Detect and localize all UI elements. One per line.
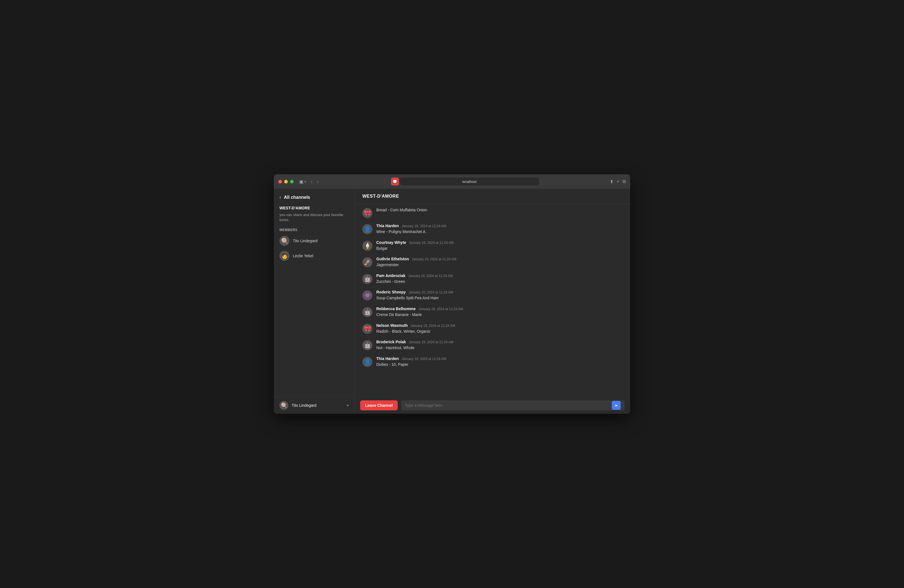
msg-text-2: Bulgar <box>376 246 622 251</box>
message-item-9: 👤 Thia Harden January 19, 2024 at 11:24 … <box>362 356 622 368</box>
msg-text-partial: Bread - Corn Muffaleta Onion <box>376 207 622 213</box>
msg-content-3: Guthrie Ethelston January 19, 2024 at 11… <box>376 257 622 268</box>
msg-header-2: Courtnay Whyte January 19, 2024 at 11:24… <box>376 240 622 245</box>
traffic-lights <box>278 180 294 183</box>
msg-timestamp-6: January 19, 2024 at 11:24 AM <box>419 307 463 311</box>
share-button[interactable]: ⬆ <box>610 179 613 184</box>
message-item-7: 🎀 Nelson Wasmuth January 19, 2024 at 11:… <box>362 323 622 334</box>
chat-area: WEST-D'AMORE 🎀 Bread - Corn Muffaleta On… <box>355 189 630 414</box>
msg-timestamp-2: January 19, 2024 at 11:24 AM <box>409 241 454 245</box>
msg-timestamp-7: January 19, 2024 at 11:24 AM <box>411 324 455 328</box>
message-item-1: 👤 Thia Harden January 19, 2024 at 11:24 … <box>362 224 622 235</box>
member-item-lezlie[interactable]: 🧑 Lezlie Yekel <box>280 251 349 261</box>
msg-author-6: Rebbecca Belhomme <box>376 307 416 311</box>
message-item-3: 🚀 Guthrie Ethelston January 19, 2024 at … <box>362 257 622 268</box>
msg-avatar-5: 👾 <box>362 290 372 300</box>
msg-header-1: Thia Harden January 19, 2024 at 11:24 AM <box>376 224 622 228</box>
message-item-6: 🤖 Rebbecca Belhomme January 19, 2024 at … <box>362 307 622 318</box>
nav-buttons: ‹ › <box>309 178 320 185</box>
chat-input-area: Leave Channel ➤ <box>355 397 630 414</box>
msg-author-2: Courtnay Whyte <box>376 240 406 245</box>
msg-timestamp-9: January 19, 2024 at 11:24 AM <box>401 357 446 361</box>
msg-author-8: Broderick Polak <box>376 340 406 344</box>
back-to-channels-button[interactable]: ‹ <box>280 194 281 200</box>
msg-content-9: Thia Harden January 19, 2024 at 11:24 AM… <box>376 356 622 368</box>
send-button[interactable]: ➤ <box>612 401 621 410</box>
msg-author-7: Nelson Wasmuth <box>376 323 408 328</box>
msg-avatar-6: 🤖 <box>362 307 372 317</box>
msg-avatar-9: 👤 <box>362 357 372 367</box>
msg-text-1: Wine - Puligny Montrachet A. <box>376 229 622 235</box>
browser-window: ▣ ▾ ‹ › 💬 ⬆ + ⧉ ‹ All channels WEST-D'AM… <box>274 174 630 414</box>
message-item-2: 🍦 Courtnay Whyte January 19, 2024 at 11:… <box>362 240 622 251</box>
message-item-partial: 🎀 Bread - Corn Muffaleta Onion <box>362 207 622 218</box>
msg-text-6: Creme De Banane - Marie <box>376 312 622 318</box>
msg-avatar-1: 👤 <box>362 224 372 234</box>
tab-overview-button[interactable]: ⧉ <box>623 179 626 184</box>
message-input-wrapper: ➤ <box>401 400 624 410</box>
msg-avatar-2: 🍦 <box>362 241 372 251</box>
url-bar[interactable] <box>400 178 539 185</box>
msg-content-partial: Bread - Corn Muffaleta Onion <box>376 207 622 213</box>
member-name-tito: Tito Lindegard <box>293 239 318 243</box>
message-item-4: 🤖 Pam Ambroziak January 19, 2024 at 11:2… <box>362 273 622 285</box>
member-avatar-tito: 🍭 <box>280 236 289 246</box>
maximize-button[interactable] <box>290 180 294 183</box>
msg-avatar-partial: 🎀 <box>362 208 372 218</box>
sidebar-icon: ▣ <box>299 179 303 184</box>
msg-header-6: Rebbecca Belhomme January 19, 2024 at 11… <box>376 307 622 311</box>
app-layout: ‹ All channels WEST-D'AMORE you can shar… <box>274 189 630 414</box>
msg-author-3: Guthrie Ethelston <box>376 257 409 261</box>
app-icon: 💬 <box>391 178 399 185</box>
member-name-lezlie: Lezlie Yekel <box>293 254 313 258</box>
sidebar-title: All channels <box>284 195 310 200</box>
footer-chevron-icon: ▾ <box>347 403 349 408</box>
footer-user-name: Tito Lindegard <box>292 403 343 408</box>
leave-channel-button[interactable]: Leave Channel <box>360 400 398 410</box>
msg-text-7: Radish - Black, Winter, Organic <box>376 329 622 334</box>
msg-author-9: Thia Harden <box>376 356 399 361</box>
msg-content-6: Rebbecca Belhomme January 19, 2024 at 11… <box>376 307 622 318</box>
chat-header: WEST-D'AMORE <box>355 189 630 204</box>
msg-author-1: Thia Harden <box>376 224 399 228</box>
msg-content-7: Nelson Wasmuth January 19, 2024 at 11:24… <box>376 323 622 334</box>
msg-text-8: Nut - Hazelnut, Whole <box>376 345 622 351</box>
new-tab-button[interactable]: + <box>617 179 619 184</box>
msg-text-4: Zucchini - Green <box>376 279 622 285</box>
msg-header-5: Roderic Sheepy January 19, 2024 at 11:24… <box>376 290 622 294</box>
msg-timestamp-8: January 19, 2024 at 11:24 AM <box>409 340 454 344</box>
url-bar-container: 💬 <box>324 178 607 185</box>
msg-text-5: Soup Campbells Split Pea And Ham <box>376 296 622 301</box>
member-item-tito[interactable]: 🍭 Tito Lindegard <box>280 236 349 246</box>
msg-avatar-4: 🤖 <box>362 274 372 284</box>
msg-timestamp-4: January 19, 2024 at 11:24 AM <box>408 274 453 278</box>
msg-header-3: Guthrie Ethelston January 19, 2024 at 11… <box>376 257 622 261</box>
msg-avatar-3: 🚀 <box>362 257 372 267</box>
messages-list: 🎀 Bread - Corn Muffaleta Onion 👤 Thia Ha… <box>355 204 630 397</box>
msg-content-1: Thia Harden January 19, 2024 at 11:24 AM… <box>376 224 622 235</box>
send-icon: ➤ <box>615 403 618 408</box>
message-item-5: 👾 Roderic Sheepy January 19, 2024 at 11:… <box>362 290 622 301</box>
msg-content-4: Pam Ambroziak January 19, 2024 at 11:24 … <box>376 273 622 285</box>
message-item-8: 🤖 Broderick Polak January 19, 2024 at 11… <box>362 340 622 351</box>
msg-text-3: Jagermeister <box>376 262 622 268</box>
sidebar-toggle-button[interactable]: ▣ ▾ <box>299 179 306 184</box>
close-button[interactable] <box>278 180 282 183</box>
footer-user-avatar: 🍭 <box>280 401 288 410</box>
browser-actions: ⬆ + ⧉ <box>610 179 626 184</box>
message-input[interactable] <box>405 400 612 410</box>
msg-content-8: Broderick Polak January 19, 2024 at 11:2… <box>376 340 622 351</box>
msg-avatar-8: 🤖 <box>362 340 372 350</box>
sidebar-channel-desc: you can share and discuss your favorite … <box>280 212 349 223</box>
msg-timestamp-1: January 19, 2024 at 11:24 AM <box>401 224 446 228</box>
back-nav-button[interactable]: ‹ <box>309 178 314 185</box>
minimize-button[interactable] <box>284 180 288 183</box>
msg-timestamp-3: January 19, 2024 at 11:24 AM <box>412 257 456 261</box>
forward-nav-button[interactable]: › <box>315 178 320 185</box>
chevron-down-icon: ▾ <box>305 180 306 183</box>
msg-avatar-7: 🎀 <box>362 324 372 334</box>
sidebar-footer[interactable]: 🍭 Tito Lindegard ▾ <box>274 397 354 414</box>
msg-content-5: Roderic Sheepy January 19, 2024 at 11:24… <box>376 290 622 301</box>
browser-chrome: ▣ ▾ ‹ › 💬 ⬆ + ⧉ <box>274 174 630 189</box>
msg-header-9: Thia Harden January 19, 2024 at 11:24 AM <box>376 356 622 361</box>
